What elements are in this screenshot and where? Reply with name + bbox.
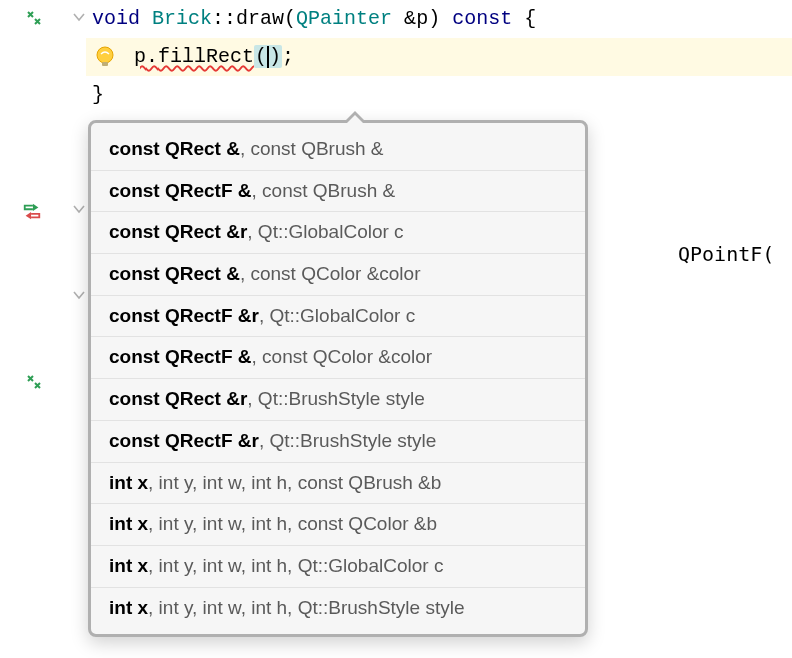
override-marker-icon[interactable] <box>24 372 44 392</box>
hint-first-param: const QRect & <box>109 263 240 284</box>
hint-rest-params: , int y, int w, int h, const QColor &b <box>148 513 437 534</box>
paren-close: ) <box>428 7 440 30</box>
hint-first-param: const QRect &r <box>109 388 247 409</box>
hint-first-param: int x <box>109 472 148 493</box>
hint-first-param: int x <box>109 555 148 576</box>
parameter-hint-item[interactable]: const QRectF &r, Qt::GlobalColor c <box>91 295 585 337</box>
brace-open: { <box>512 7 536 30</box>
param-type: QPainter <box>296 7 392 30</box>
paren-open: ( <box>284 7 296 30</box>
inline-code-fragment: QPointF( <box>678 242 774 266</box>
change-marker-icon[interactable] <box>22 202 42 222</box>
hint-first-param: int x <box>109 597 148 618</box>
object-ref: p <box>134 45 146 68</box>
code-line[interactable]: } <box>86 76 792 114</box>
brace-close: } <box>92 83 104 106</box>
hint-rest-params: , int y, int w, int h, Qt::BrushStyle st… <box>148 597 464 618</box>
keyword-const: const <box>440 7 512 30</box>
semicolon: ; <box>282 45 294 68</box>
dot-operator: . <box>146 45 158 68</box>
code-line-active[interactable]: p.fillRect(); <box>86 38 792 76</box>
hint-rest-params: , const QColor &color <box>240 263 421 284</box>
hint-rest-params: , Qt::BrushStyle style <box>259 430 436 451</box>
hint-first-param: const QRectF &r <box>109 430 259 451</box>
hint-rest-params: , const QBrush & <box>252 180 396 201</box>
parameter-hint-item[interactable]: const QRectF &, const QColor &color <box>91 336 585 378</box>
svg-point-2 <box>97 47 113 63</box>
parameter-hint-item[interactable]: int x, int y, int w, int h, const QBrush… <box>91 462 585 504</box>
parameter-hint-item[interactable]: int x, int y, int w, int h, Qt::BrushSty… <box>91 587 585 629</box>
fold-toggle-icon[interactable] <box>72 202 88 218</box>
parameter-hint-item[interactable]: const QRect &r, Qt::BrushStyle style <box>91 378 585 420</box>
svg-marker-1 <box>26 212 31 219</box>
hint-first-param: const QRectF & <box>109 180 252 201</box>
hint-rest-params: , const QColor &color <box>252 346 433 367</box>
parameter-hint-item[interactable]: const QRectF &r, Qt::BrushStyle style <box>91 420 585 462</box>
svg-rect-3 <box>102 62 108 66</box>
hint-first-param: int x <box>109 513 148 534</box>
override-marker-icon[interactable] <box>24 8 44 28</box>
hint-rest-params: , int y, int w, int h, const QBrush &b <box>148 472 441 493</box>
hint-rest-params: , int y, int w, int h, Qt::GlobalColor c <box>148 555 443 576</box>
fold-toggle-icon[interactable] <box>72 288 88 304</box>
args-close: ) <box>269 45 281 68</box>
param-name: p <box>416 7 428 30</box>
parameter-hint-item[interactable]: int x, int y, int w, int h, const QColor… <box>91 503 585 545</box>
class-name: Brick <box>152 7 212 30</box>
code-line[interactable]: void Brick::draw(QPainter &p) const { <box>86 0 792 38</box>
parameter-hints-popup[interactable]: const QRect &, const QBrush & const QRec… <box>88 120 588 637</box>
code-editor[interactable]: void Brick::draw(QPainter &p) const { p.… <box>86 0 792 114</box>
method-name: draw <box>236 7 284 30</box>
args-open: ( <box>255 45 267 68</box>
hint-first-param: const QRect &r <box>109 221 247 242</box>
hint-rest-params: , Qt::BrushStyle style <box>247 388 424 409</box>
hint-rest-params: , Qt::GlobalColor c <box>247 221 403 242</box>
parameter-hint-item[interactable]: const QRect &r, Qt::GlobalColor c <box>91 211 585 253</box>
method-call: fillRect <box>158 45 254 68</box>
hint-first-param: const QRectF &r <box>109 305 259 326</box>
intention-bulb-icon[interactable] <box>92 44 118 70</box>
parameter-hint-item[interactable]: const QRectF &, const QBrush & <box>91 170 585 212</box>
hint-rest-params: , Qt::GlobalColor c <box>259 305 415 326</box>
parameter-hint-item[interactable]: const QRect &, const QColor &color <box>91 253 585 295</box>
scope-operator: :: <box>212 7 236 30</box>
keyword: void <box>92 7 140 30</box>
hint-rest-params: , const QBrush & <box>240 138 384 159</box>
hint-first-param: const QRect & <box>109 138 240 159</box>
parameter-hint-item[interactable]: const QRect &, const QBrush & <box>91 129 585 170</box>
svg-marker-0 <box>33 204 38 211</box>
ref-symbol: & <box>392 7 416 30</box>
parameter-hint-item[interactable]: int x, int y, int w, int h, Qt::GlobalCo… <box>91 545 585 587</box>
hint-first-param: const QRectF & <box>109 346 252 367</box>
editor-gutter <box>0 0 80 658</box>
